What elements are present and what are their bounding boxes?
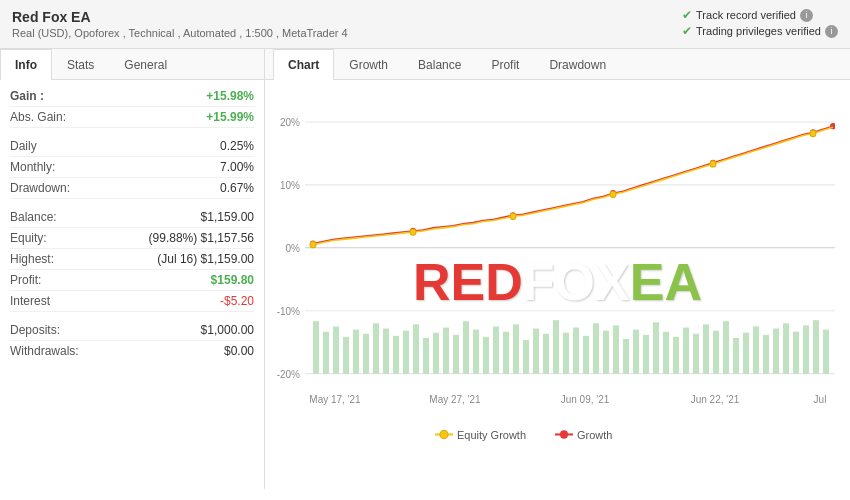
account-subtitle: Real (USD), Opoforex , Technical , Autom… [12, 27, 348, 39]
svg-rect-55 [743, 333, 749, 374]
equity-value: (99.88%) $1,157.56 [149, 231, 254, 245]
monthly-row: Monthly: 7.00% [10, 157, 254, 178]
verified-label-1: Track record verified [696, 9, 796, 21]
svg-rect-50 [693, 334, 699, 374]
svg-rect-54 [733, 338, 739, 374]
chart-tab-profit[interactable]: Profit [476, 49, 534, 80]
svg-text:Equity Growth: Equity Growth [457, 428, 526, 440]
tab-stats[interactable]: Stats [52, 49, 109, 80]
svg-text:10%: 10% [280, 180, 300, 191]
svg-rect-42 [613, 325, 619, 373]
svg-rect-62 [813, 320, 819, 373]
svg-text:Jun 22, '21: Jun 22, '21 [691, 394, 740, 405]
svg-point-86 [560, 430, 568, 438]
svg-text:-20%: -20% [277, 369, 300, 380]
trading-privileges-verified: ✔ Trading privileges verified i [682, 24, 838, 38]
svg-rect-38 [573, 327, 579, 373]
svg-point-76 [810, 130, 816, 136]
info-icon-1[interactable]: i [800, 9, 813, 22]
withdrawals-row: Withdrawals: $0.00 [10, 341, 254, 361]
svg-rect-31 [503, 332, 509, 374]
svg-text:Jun 09, '21: Jun 09, '21 [561, 394, 610, 405]
info-icon-2[interactable]: i [825, 25, 838, 38]
drawdown-value: 0.67% [220, 181, 254, 195]
svg-rect-44 [633, 330, 639, 374]
svg-rect-43 [623, 339, 629, 374]
drawdown-label: Drawdown: [10, 181, 70, 195]
svg-point-74 [610, 191, 616, 197]
daily-label: Daily [10, 139, 37, 153]
svg-rect-51 [703, 324, 709, 373]
header-left: Red Fox EA Real (USD), Opoforex , Techni… [12, 9, 348, 39]
svg-rect-63 [823, 330, 829, 374]
verified-label-2: Trading privileges verified [696, 25, 821, 37]
svg-rect-19 [383, 329, 389, 374]
balance-label: Balance: [10, 210, 57, 224]
svg-rect-16 [353, 330, 359, 374]
svg-rect-20 [393, 336, 399, 374]
svg-text:-10%: -10% [277, 306, 300, 317]
svg-point-72 [410, 229, 416, 235]
svg-rect-61 [803, 325, 809, 373]
check-icon-1: ✔ [682, 8, 692, 22]
svg-rect-40 [593, 323, 599, 373]
svg-text:Jul: Jul [814, 394, 827, 405]
svg-rect-35 [543, 334, 549, 374]
svg-rect-32 [513, 324, 519, 373]
svg-point-71 [310, 242, 316, 248]
account-title: Red Fox EA [12, 9, 348, 25]
chart-tab-growth[interactable]: Growth [334, 49, 403, 80]
svg-rect-17 [363, 334, 369, 374]
tab-info[interactable]: Info [0, 49, 52, 80]
right-panel: Chart Growth Balance Profit Drawdown [265, 49, 850, 489]
svg-rect-23 [423, 338, 429, 374]
svg-rect-28 [473, 330, 479, 374]
svg-rect-53 [723, 321, 729, 373]
interest-label: Interest [10, 294, 50, 308]
equity-label: Equity: [10, 231, 47, 245]
main-container: Info Stats General Gain : +15.98% Abs. G… [0, 49, 850, 489]
tab-general[interactable]: General [109, 49, 182, 80]
svg-rect-18 [373, 323, 379, 373]
svg-rect-30 [493, 326, 499, 373]
svg-rect-41 [603, 331, 609, 374]
monthly-label: Monthly: [10, 160, 55, 174]
svg-rect-46 [653, 322, 659, 373]
left-panel: Info Stats General Gain : +15.98% Abs. G… [0, 49, 265, 489]
svg-rect-48 [673, 337, 679, 374]
svg-rect-52 [713, 331, 719, 374]
svg-rect-24 [433, 333, 439, 374]
track-record-verified: ✔ Track record verified i [682, 8, 838, 22]
drawdown-row: Drawdown: 0.67% [10, 178, 254, 199]
svg-rect-29 [483, 337, 489, 374]
profit-label: Profit: [10, 273, 41, 287]
svg-rect-0 [265, 80, 850, 489]
svg-rect-60 [793, 332, 799, 374]
gain-value: +15.98% [206, 89, 254, 103]
abs-gain-label: Abs. Gain: [10, 110, 66, 124]
svg-rect-59 [783, 323, 789, 373]
deposits-row: Deposits: $1,000.00 [10, 320, 254, 341]
svg-rect-21 [403, 331, 409, 374]
svg-rect-57 [763, 335, 769, 374]
stats-table: Gain : +15.98% Abs. Gain: +15.99% Daily … [0, 80, 264, 367]
highest-label: Highest: [10, 252, 54, 266]
svg-rect-27 [463, 321, 469, 373]
svg-rect-26 [453, 335, 459, 374]
chart-svg: 20% 10% 0% -10% -20% [265, 80, 850, 489]
abs-gain-value: +15.99% [206, 110, 254, 124]
svg-rect-14 [333, 326, 339, 373]
profit-value: $159.80 [211, 273, 254, 287]
chart-tab-drawdown[interactable]: Drawdown [534, 49, 621, 80]
deposits-value: $1,000.00 [201, 323, 254, 337]
chart-tab-chart[interactable]: Chart [273, 49, 334, 80]
svg-text:Growth: Growth [577, 428, 612, 440]
chart-tab-balance[interactable]: Balance [403, 49, 476, 80]
svg-text:0%: 0% [286, 243, 300, 254]
svg-point-75 [710, 161, 716, 167]
svg-rect-36 [553, 320, 559, 373]
svg-rect-15 [343, 337, 349, 374]
svg-rect-56 [753, 326, 759, 373]
svg-text:20%: 20% [280, 117, 300, 128]
abs-gain-row: Abs. Gain: +15.99% [10, 107, 254, 128]
